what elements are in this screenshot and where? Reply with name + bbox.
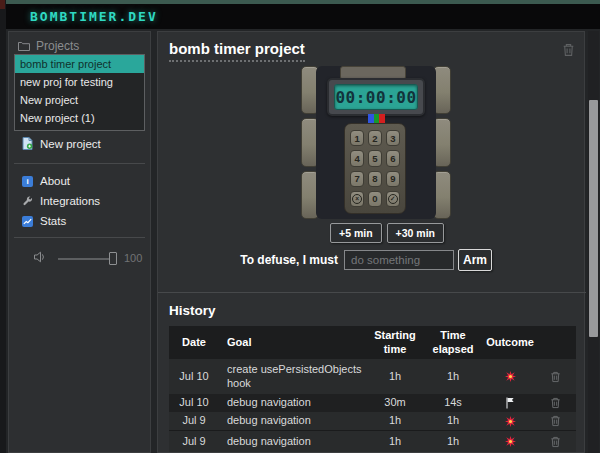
main-panel: bomb timer project 00:00:00 [157, 31, 585, 453]
cell-goal: debug navigation [219, 435, 369, 449]
column-header-date: Date [169, 336, 219, 350]
keypad-key-8[interactable]: 8 [368, 171, 382, 187]
scrollbar-thumb[interactable] [589, 100, 598, 337]
new-project-label: New project [40, 138, 101, 150]
cell-time-elapsed: 1h [421, 370, 485, 384]
project-list-item[interactable]: New project (1) [15, 109, 144, 127]
table-row: Jul 10 create usePersistedObjects hook 1… [169, 359, 576, 394]
keypad-key-2[interactable]: 2 [368, 130, 382, 146]
timer-display: 00:00:00 [335, 88, 416, 107]
red-corner-chip [0, 0, 5, 9]
divider [14, 237, 145, 238]
cell-date: Jul 9 [169, 435, 219, 449]
keypad-key-9[interactable]: 9 [386, 171, 400, 187]
delete-history-icon[interactable] [535, 415, 576, 427]
add-5-min-button[interactable]: +5 min [330, 223, 382, 243]
new-project-button[interactable]: New project [22, 137, 101, 150]
cell-starting-time: 1h [369, 435, 421, 449]
sidebar: Projects bomb timer project new proj for… [8, 31, 151, 453]
stats-icon [22, 216, 33, 227]
cell-time-elapsed: 1h [421, 435, 485, 449]
column-header-time-elapsed: Time elapsed [421, 329, 485, 357]
sidebar-item-label: Stats [40, 215, 66, 227]
keypad-key-confirm[interactable]: ✓ [386, 191, 400, 207]
keypad-key-4[interactable]: 4 [350, 150, 364, 166]
keypad-key-1[interactable]: 1 [350, 130, 364, 146]
cell-starting-time: 30m [369, 396, 421, 410]
defuse-label: To defuse, I must [240, 253, 338, 267]
keypad-key-7[interactable]: 7 [350, 171, 364, 187]
keypad-key-5[interactable]: 5 [368, 150, 382, 166]
delete-history-icon[interactable] [535, 397, 576, 409]
bomb-keypad: 1 2 3 4 5 6 7 8 9 × 0 ✓ [344, 123, 406, 214]
cell-time-elapsed: 1h [421, 414, 485, 428]
table-row: Jul 9 debug navigation 1h 1h [169, 430, 576, 452]
cell-date: Jul 10 [169, 370, 219, 384]
defuse-goal-input[interactable] [344, 250, 454, 270]
explosion-icon [485, 416, 535, 427]
cell-time-elapsed: 14s [421, 396, 485, 410]
sidebar-item-label: About [40, 175, 70, 187]
lcd-screen: 00:00:00 [334, 84, 418, 110]
projects-label: Projects [36, 39, 79, 53]
explosion-icon [485, 436, 535, 447]
project-listbox: bomb timer project new proj for testing … [14, 54, 145, 131]
header-bar: BOMBTIMER.DEV [6, 4, 600, 29]
sidebar-item-integrations[interactable]: Integrations [22, 195, 100, 207]
sidebar-item-label: Integrations [40, 195, 100, 207]
scrollbar-track[interactable] [588, 31, 599, 453]
history-heading: History [169, 303, 216, 318]
keypad-key-3[interactable]: 3 [386, 130, 400, 146]
page-title: bomb timer project [169, 40, 305, 62]
column-header-starting-time: Starting time [369, 329, 421, 357]
keypad-key-6[interactable]: 6 [386, 150, 400, 166]
project-list-item[interactable]: new proj for testing [15, 73, 144, 91]
white-flag-icon [485, 397, 535, 409]
circle-check-icon: ✓ [388, 194, 398, 204]
cell-date: Jul 10 [169, 396, 219, 410]
app-title: BOMBTIMER.DEV [6, 9, 158, 24]
info-icon: i [22, 176, 33, 187]
cell-starting-time: 1h [369, 370, 421, 384]
cell-date: Jul 9 [169, 414, 219, 428]
volume-value: 100 [124, 252, 142, 264]
sidebar-item-stats[interactable]: Stats [22, 215, 66, 227]
projects-header: Projects [18, 39, 79, 53]
circle-x-icon: × [352, 194, 362, 204]
cell-goal: debug navigation [219, 414, 369, 428]
bomb-graphic: 00:00:00 1 2 3 4 5 6 7 8 9 × 0 ✓ [301, 66, 451, 219]
divider [14, 163, 145, 164]
cell-goal: create usePersistedObjects hook [219, 363, 369, 391]
speaker-icon [33, 251, 47, 263]
add-30-min-button[interactable]: +30 min [387, 223, 444, 243]
cell-goal: debug navigation [219, 396, 369, 410]
explosion-icon [485, 371, 535, 382]
keypad-key-0[interactable]: 0 [368, 191, 382, 207]
new-document-icon [22, 137, 33, 150]
divider [158, 292, 586, 293]
delete-project-icon[interactable] [562, 43, 575, 57]
sidebar-item-about[interactable]: i About [22, 175, 70, 187]
table-row: Jul 9 debug navigation 1h 1h [169, 412, 576, 430]
delete-history-icon[interactable] [535, 436, 576, 448]
wrench-icon [22, 196, 33, 207]
history-table-header: Date Goal Starting time Time elapsed Out… [169, 326, 576, 359]
defuse-row: To defuse, I must Arm [158, 249, 586, 273]
folder-icon [18, 41, 30, 51]
left-edge-strip [0, 0, 6, 453]
arm-button[interactable]: Arm [458, 249, 492, 271]
project-list-item[interactable]: bomb timer project [15, 55, 144, 73]
column-header-outcome: Outcome [485, 336, 535, 350]
project-list-item[interactable]: New project [15, 91, 144, 109]
volume-control: 100 [9, 248, 150, 270]
delete-history-icon[interactable] [535, 371, 576, 383]
timer-add-buttons: +5 min +30 min [330, 223, 444, 243]
app-window: BOMBTIMER.DEV Projects bomb timer projec… [0, 0, 600, 453]
cell-starting-time: 1h [369, 414, 421, 428]
timer-lcd: 00:00:00 [327, 78, 425, 116]
keypad-key-cancel[interactable]: × [350, 191, 364, 207]
column-header-goal: Goal [219, 336, 369, 350]
history-table: Date Goal Starting time Time elapsed Out… [169, 326, 576, 452]
volume-slider-handle[interactable] [109, 252, 117, 265]
table-row: Jul 10 debug navigation 30m 14s [169, 394, 576, 412]
